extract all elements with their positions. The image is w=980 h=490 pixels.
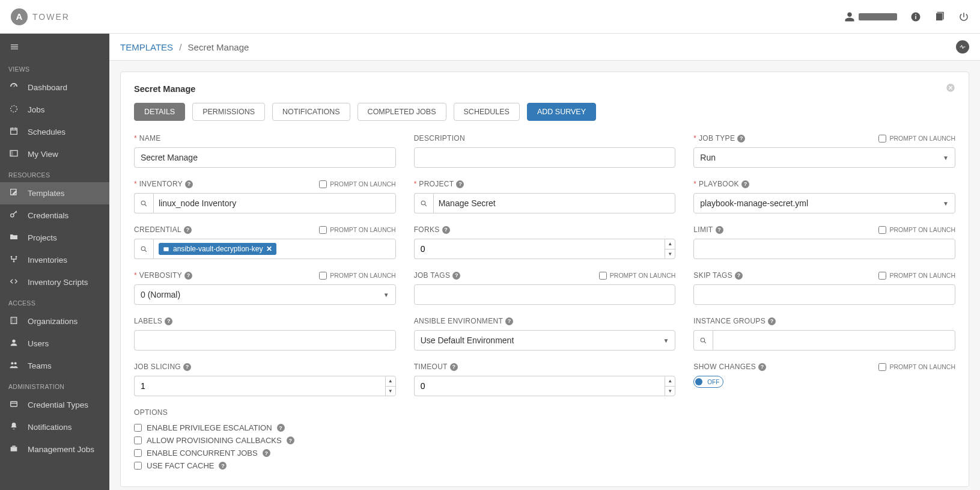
credential-search-button[interactable] — [134, 239, 153, 259]
hamburger-button[interactable] — [0, 34, 109, 60]
logo: A TOWER — [11, 8, 70, 25]
close-panel-button[interactable] — [946, 83, 955, 94]
verbosity-select[interactable]: 0 (Normal)▼ — [134, 284, 396, 305]
svg-point-11 — [11, 362, 13, 364]
name-input[interactable] — [134, 147, 396, 168]
credential-value[interactable]: ansible-vault-decryption-key ✕ — [153, 239, 396, 259]
sidebar-item-jobs[interactable]: Jobs — [0, 99, 109, 121]
timeout-spinner[interactable]: ▲▼ — [414, 376, 676, 396]
ansible-env-select[interactable]: Use Default Environment▼ — [414, 330, 676, 351]
tab-notifications[interactable]: NOTIFICATIONS — [272, 103, 350, 121]
sidebar-item-myview[interactable]: My View — [0, 143, 109, 165]
option-fact-cache[interactable]: USE FACT CACHE? — [134, 459, 955, 472]
help-icon[interactable]: ? — [505, 317, 513, 325]
prompt-limit[interactable]: PROMPT ON LAUNCH — [878, 226, 955, 234]
help-icon[interactable]: ? — [741, 180, 749, 188]
sidebar-item-credential-types[interactable]: Credential Types — [0, 394, 109, 416]
help-icon[interactable]: ? — [456, 180, 464, 188]
help-icon[interactable]: ? — [184, 226, 192, 234]
tab-completed-jobs[interactable]: COMPLETED JOBS — [358, 103, 446, 121]
job-slicing-spinner[interactable]: ▲▼ — [134, 376, 396, 396]
sidebar-item-users[interactable]: Users — [0, 332, 109, 355]
sidebar-item-credentials[interactable]: Credentials — [0, 204, 109, 227]
job-type-select[interactable]: Run▼ — [693, 147, 955, 168]
spinner-up[interactable]: ▲ — [386, 376, 395, 387]
help-icon[interactable]: ? — [452, 272, 460, 280]
option-prov-callbacks[interactable]: ALLOW PROVISIONING CALLBACKS? — [134, 434, 955, 447]
sidebar-item-templates[interactable]: Templates — [0, 182, 109, 204]
spinner-up[interactable]: ▲ — [665, 376, 675, 387]
sidebar-item-notifications[interactable]: Notifications — [0, 416, 109, 438]
skip-tags-input[interactable] — [693, 284, 955, 305]
job-tags-input[interactable] — [414, 284, 676, 305]
chevron-down-icon: ▼ — [943, 200, 949, 207]
labels-input[interactable] — [134, 330, 396, 351]
sidebar-item-teams[interactable]: Teams — [0, 355, 109, 377]
power-icon[interactable] — [958, 11, 969, 22]
forks-input[interactable] — [414, 239, 665, 259]
prompt-job-tags[interactable]: PROMPT ON LAUNCH — [599, 272, 676, 280]
nav-section-resources: RESOURCES — [0, 165, 109, 182]
spinner-down[interactable]: ▼ — [665, 387, 675, 396]
sidebar-item-management-jobs[interactable]: Management Jobs — [0, 438, 109, 461]
help-icon[interactable]: ? — [185, 180, 193, 188]
instance-groups-search-button[interactable] — [693, 330, 713, 351]
tab-details[interactable]: DETAILS — [134, 103, 185, 121]
help-icon[interactable]: ? — [287, 436, 294, 444]
nav-label: My View — [28, 150, 58, 159]
breadcrumb-root[interactable]: TEMPLATES — [120, 42, 173, 52]
help-icon[interactable]: ? — [737, 135, 745, 142]
prompt-credential[interactable]: PROMPT ON LAUNCH — [319, 226, 396, 234]
spinner-down[interactable]: ▼ — [386, 387, 395, 396]
tab-schedules[interactable]: SCHEDULES — [454, 103, 520, 121]
user-block[interactable] — [844, 11, 897, 22]
sidebar-item-inventories[interactable]: Inventories — [0, 249, 109, 271]
tab-permissions[interactable]: PERMISSIONS — [192, 103, 265, 121]
job-slicing-input[interactable] — [134, 376, 385, 396]
remove-chip-button[interactable]: ✕ — [266, 245, 272, 253]
inventory-search-button[interactable] — [134, 193, 153, 213]
help-icon[interactable]: ? — [442, 226, 450, 234]
help-icon[interactable]: ? — [277, 424, 285, 432]
help-icon[interactable]: ? — [263, 449, 270, 457]
help-icon[interactable]: ? — [184, 272, 192, 280]
limit-input[interactable] — [693, 239, 955, 259]
option-priv-esc[interactable]: ENABLE PRIVILEGE ESCALATION? — [134, 421, 955, 434]
tab-add-survey[interactable]: ADD SURVEY — [527, 103, 596, 121]
timeout-input[interactable] — [414, 376, 665, 396]
help-icon[interactable]: ? — [165, 317, 172, 325]
description-input[interactable] — [414, 147, 676, 168]
forks-spinner[interactable]: ▲▼ — [414, 239, 676, 259]
help-icon[interactable]: ? — [758, 363, 766, 371]
help-icon[interactable]: ? — [716, 226, 723, 234]
prompt-inventory[interactable]: PROMPT ON LAUNCH — [319, 180, 396, 188]
sidebar-item-organizations[interactable]: Organizations — [0, 310, 109, 332]
prompt-skip-tags[interactable]: PROMPT ON LAUNCH — [878, 272, 955, 280]
show-changes-toggle[interactable]: OFF — [693, 376, 723, 388]
docs-icon[interactable] — [934, 11, 945, 22]
project-value[interactable]: Manage Secret — [433, 193, 676, 213]
playbook-select[interactable]: playbook-manage-secret.yml▼ — [693, 193, 955, 213]
spinner-down[interactable]: ▼ — [665, 250, 675, 259]
prompt-show-changes[interactable]: PROMPT ON LAUNCH — [878, 363, 955, 371]
instance-groups-value[interactable] — [713, 330, 955, 351]
help-icon[interactable]: ? — [219, 462, 227, 470]
svg-rect-9 — [11, 317, 16, 324]
help-icon[interactable]: ? — [183, 363, 191, 371]
option-concurrent[interactable]: ENABLE CONCURRENT JOBS? — [134, 447, 955, 459]
help-icon[interactable]: ? — [450, 363, 458, 371]
prompt-job-type[interactable]: PROMPT ON LAUNCH — [878, 135, 955, 142]
sidebar-item-projects[interactable]: Projects — [0, 227, 109, 249]
help-icon[interactable]: ? — [735, 272, 743, 280]
help-icon[interactable]: ? — [768, 317, 776, 325]
spinner-up[interactable]: ▲ — [665, 239, 675, 250]
inventory-value[interactable]: linux_node Inventory — [153, 193, 396, 213]
project-search-button[interactable] — [414, 193, 433, 213]
nav-label: Templates — [28, 189, 65, 198]
prompt-verbosity[interactable]: PROMPT ON LAUNCH — [319, 272, 396, 280]
info-icon[interactable] — [910, 11, 921, 22]
activity-stream-button[interactable] — [956, 40, 969, 54]
sidebar-item-inventory-scripts[interactable]: Inventory Scripts — [0, 271, 109, 293]
sidebar-item-schedules[interactable]: Schedules — [0, 121, 109, 143]
sidebar-item-dashboard[interactable]: Dashboard — [0, 76, 109, 99]
